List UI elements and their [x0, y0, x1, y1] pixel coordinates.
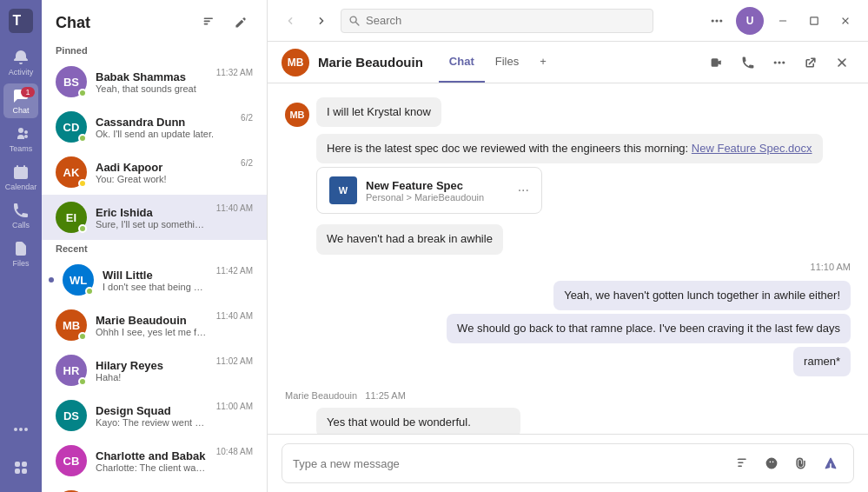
chat-item-name: Will Little — [103, 269, 208, 282]
sidebar-item-activity[interactable]: Activity — [3, 45, 38, 80]
chat-list-actions — [197, 10, 253, 35]
chat-list-panel: Chat Pinned BS Babak Shammas Yeah, that … — [42, 0, 268, 492]
sidebar-item-calls[interactable]: Calls — [3, 198, 38, 233]
chat-item-time: 11:02 AM — [216, 356, 253, 366]
chat-item-hilary[interactable]: HR Hilary Reyes Haha! 11:02 AM — [42, 348, 267, 393]
sidebar-item-apps[interactable] — [3, 450, 38, 485]
chat-item-eric[interactable]: EI Eric Ishida Sure, I'll set up somethi… — [42, 195, 267, 240]
chat-item-preview: I don't see that being an issue. Can you… — [103, 282, 208, 292]
chat-item-name: Babak Shammas — [96, 70, 208, 83]
avatar: HR — [56, 355, 87, 386]
search-box[interactable] — [341, 9, 653, 33]
audio-call-button[interactable] — [736, 50, 760, 75]
chat-item-marie[interactable]: MB Marie Beaudouin Ohhh I see, yes let m… — [42, 303, 267, 348]
emoji-button[interactable] — [759, 451, 784, 475]
search-icon — [348, 15, 361, 27]
pop-out-button[interactable] — [798, 50, 823, 75]
status-indicator — [78, 134, 87, 143]
message-group-break: We haven't had a break in awhile — [285, 224, 851, 254]
bubble-text: We should go back to that ramne place. I… — [447, 314, 851, 343]
more-button[interactable] — [767, 50, 792, 75]
tab-files[interactable]: Files — [485, 42, 529, 83]
back-button[interactable] — [278, 9, 302, 33]
sender-label: Marie Beaudouin 11:25 AM — [285, 390, 851, 401]
bubble-text: Yes that would be wonderful. — [316, 408, 520, 434]
search-input[interactable] — [366, 14, 646, 27]
message-input[interactable] — [293, 457, 730, 470]
chat-item-preview: Ohhh I see, yes let me fix that! — [96, 327, 208, 337]
chat-item-name: Marie Beaudouin — [96, 314, 208, 327]
send-button[interactable] — [818, 451, 843, 475]
file-link[interactable]: New Feature Spec.docx — [692, 142, 812, 155]
bubble-text: Here is the latest spec doc we reviewed … — [316, 134, 823, 163]
chat-item-babak[interactable]: BS Babak Shammas Yeah, that sounds great… — [42, 59, 267, 104]
chat-item-will[interactable]: WL Will Little I don't see that being an… — [42, 257, 267, 303]
tab-chat[interactable]: Chat — [439, 42, 485, 83]
svg-text:T: T — [12, 13, 21, 28]
video-call-button[interactable] — [705, 50, 729, 75]
chat-item-name: Design Squad — [96, 404, 208, 417]
avatar: BS — [56, 66, 87, 97]
top-bar-right: U — [705, 7, 858, 35]
chat-item-time: 6/2 — [241, 158, 253, 168]
sidebar-item-more[interactable] — [3, 412, 38, 447]
chat-item-name: Charlotte and Babak — [96, 449, 208, 462]
format-button[interactable] — [730, 451, 754, 475]
message-group-marie: MB Yes that would be wonderful. I'll mak… — [285, 408, 851, 434]
conv-tabs: Chat Files + — [439, 42, 557, 83]
chat-item-aadi[interactable]: AK Aadi Kapoor You: Great work! 6/2 — [42, 150, 267, 195]
bubble-text: I will let Krystal know — [316, 97, 441, 127]
chat-item-name: Cassandra Dunn — [96, 116, 232, 129]
more-options-button[interactable] — [705, 9, 729, 33]
minimize-button[interactable] — [771, 9, 795, 33]
chat-item-design-squad[interactable]: DS Design Squad Kayo: The review went re… — [42, 393, 267, 438]
chat-item-name: Eric Ishida — [96, 206, 208, 219]
close-button[interactable] — [833, 9, 858, 33]
file-card[interactable]: W New Feature Spec Personal > MarieBeaud… — [316, 167, 542, 214]
conv-name: Marie Beaudouin — [318, 55, 423, 70]
new-chat-button[interactable] — [229, 10, 253, 35]
maximize-button[interactable] — [802, 9, 826, 33]
status-indicator — [85, 287, 94, 296]
chat-item-name: Hilary Reyes — [96, 359, 208, 372]
status-indicator — [78, 377, 87, 386]
chat-item-time: 11:32 AM — [216, 68, 253, 77]
avatar: CD — [56, 111, 87, 143]
sidebar-item-files[interactable]: Files — [3, 236, 38, 271]
bubble-text: Yeah, we haven't gotten lunch together i… — [553, 281, 851, 310]
chat-item-preview: Kayo: The review went really well! Can't… — [96, 417, 208, 428]
messages-area: MB I will let Krystal know Here is the l… — [268, 83, 868, 434]
chat-item-preview: Charlotte: The client was pretty happy w… — [96, 462, 208, 473]
message-timestamp: 11:10 AM — [285, 262, 851, 272]
chat-item-time: 6/2 — [241, 113, 253, 123]
attach-button[interactable] — [789, 451, 813, 475]
app-sidebar: T Activity Chat 1 Teams Calendar Calls F… — [0, 0, 42, 492]
sidebar-item-calendar[interactable]: Calendar — [3, 160, 38, 195]
status-indicator — [78, 332, 87, 341]
main-area: U MB Marie Beaudouin Chat Files + — [268, 0, 868, 492]
file-more-button[interactable]: ··· — [518, 183, 529, 198]
input-actions — [730, 451, 843, 475]
close-conv-button[interactable] — [830, 50, 854, 75]
chat-item-reta[interactable]: RT Reta Taylor Ah, ok I understand now. … — [42, 483, 267, 492]
pinned-section-label: Pinned — [42, 42, 267, 59]
chat-item-charlotte-babak[interactable]: CB Charlotte and Babak Charlotte: The cl… — [42, 438, 267, 483]
tab-add[interactable]: + — [529, 42, 557, 83]
app-logo: T — [7, 7, 35, 35]
avatar: AK — [56, 156, 87, 188]
unread-indicator — [49, 277, 54, 283]
chat-item-cassandra[interactable]: CD Cassandra Dunn Ok. I'll send an updat… — [42, 104, 267, 150]
sidebar-item-chat[interactable]: Chat 1 — [3, 83, 38, 118]
chat-items: Pinned BS Babak Shammas Yeah, that sound… — [42, 42, 267, 492]
filter-button[interactable] — [197, 10, 222, 35]
forward-button[interactable] — [309, 9, 334, 33]
file-name: New Feature Spec — [366, 179, 484, 192]
chat-item-time: 11:00 AM — [216, 402, 253, 411]
message-row: MB Yes that would be wonderful. I'll mak… — [285, 408, 520, 434]
sidebar-item-teams[interactable]: Teams — [3, 122, 38, 156]
chat-item-time: 11:40 AM — [216, 203, 253, 213]
user-avatar[interactable]: U — [736, 7, 764, 35]
chat-item-time: 11:40 AM — [216, 311, 253, 321]
chat-item-preview: Yeah, that sounds great — [96, 83, 208, 94]
svg-rect-3 — [811, 17, 818, 23]
